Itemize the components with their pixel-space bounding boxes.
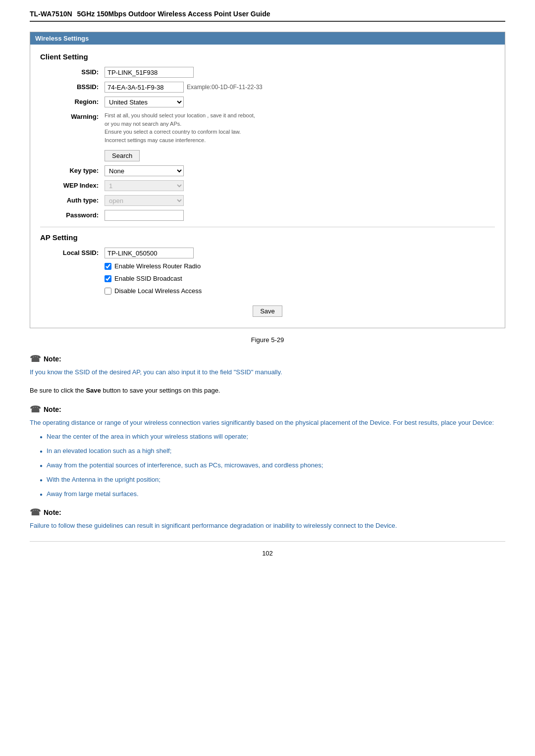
note-1-icon: ☎ bbox=[30, 353, 41, 364]
note-save: Be sure to click the Save button to save… bbox=[30, 386, 505, 396]
enable-ssid-broadcast-checkbox[interactable] bbox=[105, 275, 111, 282]
region-select[interactable]: United States bbox=[105, 97, 184, 107]
bottom-divider bbox=[30, 541, 505, 542]
header-model: TL-WA7510N bbox=[30, 10, 72, 18]
note-3-text: The operating distance or range of your … bbox=[30, 418, 505, 428]
note-4-text: Failure to follow these guidelines can r… bbox=[30, 521, 505, 531]
password-input[interactable] bbox=[105, 210, 184, 221]
save-button[interactable]: Save bbox=[253, 305, 282, 317]
page-number: 102 bbox=[30, 550, 505, 557]
note-3-label: Note: bbox=[44, 405, 61, 413]
bssid-input[interactable] bbox=[105, 82, 184, 93]
bssid-row: BSSID: Example:00-1D-0F-11-22-33 bbox=[45, 82, 490, 93]
header-title: 5GHz 150Mbps Outdoor Wireless Access Poi… bbox=[77, 10, 270, 18]
enable-wireless-radio-label: Enable Wireless Router Radio bbox=[114, 262, 201, 270]
ssid-input[interactable] bbox=[105, 67, 194, 78]
bullet-item-1: Near the center of the area in which you… bbox=[40, 432, 505, 442]
local-ssid-row: Local SSID: bbox=[45, 248, 490, 258]
auth-label: Auth type: bbox=[45, 195, 105, 204]
wep-label: WEP Index: bbox=[45, 180, 105, 189]
enable-wireless-radio-checkbox[interactable] bbox=[105, 263, 111, 270]
disable-local-wireless-checkbox[interactable] bbox=[105, 288, 111, 295]
ssid-label: SSID: bbox=[45, 67, 105, 76]
checkbox-row-3: Disable Local Wireless Access bbox=[105, 287, 202, 295]
bssid-label: BSSID: bbox=[45, 82, 105, 91]
figure-caption: Figure 5-29 bbox=[30, 336, 505, 344]
ap-section-title: AP Setting bbox=[40, 233, 495, 242]
keytype-label: Key type: bbox=[45, 165, 105, 174]
auth-row: Auth type: open bbox=[45, 195, 490, 206]
password-row: Password: bbox=[45, 210, 490, 221]
warning-row: Warning: First at all, you should select… bbox=[45, 111, 490, 161]
wireless-settings-box: Wireless Settings Client Setting SSID: B… bbox=[30, 32, 505, 328]
section-divider bbox=[40, 227, 495, 227]
bullet-item-4: With the Antenna in the upright position… bbox=[40, 475, 505, 485]
password-value-container bbox=[105, 210, 490, 221]
checkboxes-container: Enable Wireless Router Radio Enable SSID… bbox=[105, 262, 490, 297]
checkbox-row-1: Enable Wireless Router Radio bbox=[105, 262, 201, 270]
note-4-icon: ☎ bbox=[30, 507, 41, 518]
bullet-item-2: In an elevated location such as a high s… bbox=[40, 446, 505, 456]
note-3-bullets: Near the center of the area in which you… bbox=[30, 432, 505, 499]
bullet-item-3: Away from the potential sources of inter… bbox=[40, 460, 505, 471]
note-1-text: If you know the SSID of the desired AP, … bbox=[30, 367, 505, 378]
auth-value-container: open bbox=[105, 195, 490, 206]
note-3-icon: ☎ bbox=[30, 404, 41, 415]
region-row: Region: United States bbox=[45, 97, 490, 107]
note-1-label: Note: bbox=[44, 355, 61, 363]
checkboxes-spacer bbox=[45, 262, 105, 264]
bullet-item-5: Away from large metal surfaces. bbox=[40, 489, 505, 500]
local-ssid-value-container bbox=[105, 248, 490, 258]
note-3: ☎ Note: The operating distance or range … bbox=[30, 404, 505, 500]
ap-form: Local SSID: Enable Wireless Router Radio… bbox=[40, 248, 495, 297]
keytype-select[interactable]: None WEP WPA/WPA2 bbox=[105, 165, 184, 176]
auth-select[interactable]: open bbox=[105, 195, 184, 206]
keytype-row: Key type: None WEP WPA/WPA2 bbox=[45, 165, 490, 176]
local-ssid-input[interactable] bbox=[105, 248, 194, 258]
note-1-header: ☎ Note: bbox=[30, 353, 505, 364]
disable-local-wireless-label: Disable Local Wireless Access bbox=[114, 287, 202, 295]
note-4-label: Note: bbox=[44, 508, 61, 516]
settings-box-content: Client Setting SSID: BSSID: Example:00-1… bbox=[30, 45, 505, 328]
note-3-header: ☎ Note: bbox=[30, 404, 505, 415]
bssid-value-container: Example:00-1D-0F-11-22-33 bbox=[105, 82, 490, 93]
ssid-row: SSID: bbox=[45, 67, 490, 78]
settings-box-header: Wireless Settings bbox=[30, 32, 505, 45]
checkbox-row-2: Enable SSID Broadcast bbox=[105, 275, 182, 282]
warning-text: First at all, you should select your loc… bbox=[105, 111, 255, 144]
password-label: Password: bbox=[45, 210, 105, 219]
ssid-value-container bbox=[105, 67, 490, 78]
client-form: SSID: BSSID: Example:00-1D-0F-11-22-33 R… bbox=[40, 67, 495, 221]
wep-select[interactable]: 1 bbox=[105, 180, 184, 191]
region-value-container: United States bbox=[105, 97, 490, 107]
local-ssid-label: Local SSID: bbox=[45, 248, 105, 256]
enable-ssid-broadcast-label: Enable SSID Broadcast bbox=[114, 275, 182, 282]
save-row: Save bbox=[40, 301, 495, 320]
note-1: ☎ Note: If you know the SSID of the desi… bbox=[30, 353, 505, 378]
note-save-text: Be sure to click the Save button to save… bbox=[30, 386, 505, 396]
wep-row: WEP Index: 1 bbox=[45, 180, 490, 191]
client-section-title: Client Setting bbox=[40, 52, 495, 61]
search-button[interactable]: Search bbox=[105, 150, 140, 161]
wep-value-container: 1 bbox=[105, 180, 490, 191]
warning-label: Warning: bbox=[45, 111, 105, 120]
note-4: ☎ Note: Failure to follow these guidelin… bbox=[30, 507, 505, 531]
keytype-value-container: None WEP WPA/WPA2 bbox=[105, 165, 490, 176]
page-header: TL-WA7510N 5GHz 150Mbps Outdoor Wireless… bbox=[30, 10, 505, 22]
bssid-example: Example:00-1D-0F-11-22-33 bbox=[187, 84, 263, 91]
note-save-bold: Save bbox=[86, 387, 101, 394]
region-label: Region: bbox=[45, 97, 105, 105]
note-4-header: ☎ Note: bbox=[30, 507, 505, 518]
warning-value-container: First at all, you should select your loc… bbox=[105, 111, 490, 161]
checkboxes-row: Enable Wireless Router Radio Enable SSID… bbox=[45, 262, 490, 297]
